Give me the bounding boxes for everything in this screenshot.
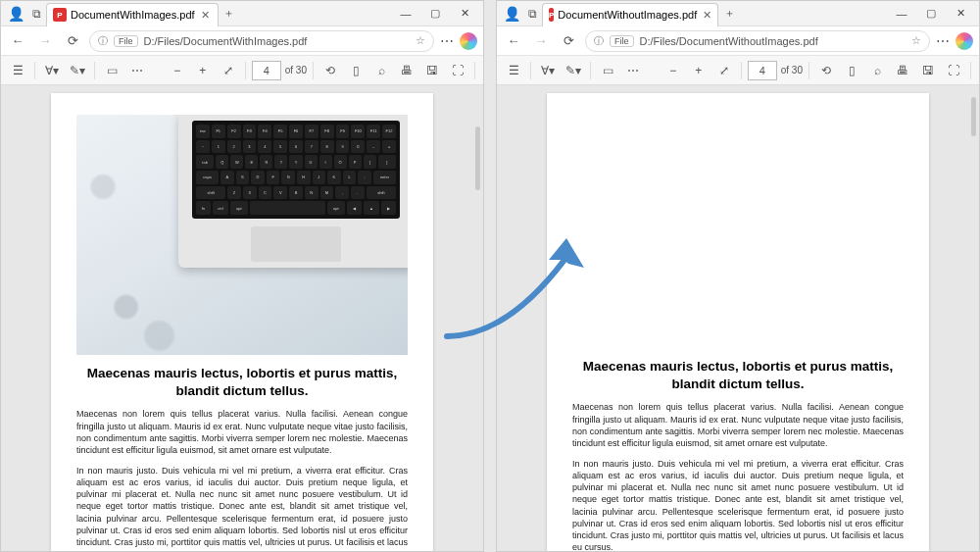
save-button[interactable]: 🖫 [421, 60, 443, 81]
document-heading-1: Maecenas mauris lectus, lobortis et puru… [572, 358, 904, 393]
search-button[interactable]: ⌕ [866, 60, 888, 81]
minimize-button[interactable]: — [391, 1, 420, 26]
close-window-button[interactable]: ✕ [946, 1, 975, 26]
fullscreen-button[interactable]: ⛶ [943, 60, 964, 81]
left-tab-title: DocumentWithImages.pdf [71, 9, 195, 21]
save-button[interactable]: 🖫 [917, 60, 939, 81]
draw-button[interactable]: ∀▾ [537, 60, 559, 81]
page-number-input[interactable]: 4 [748, 61, 777, 80]
right-pdf-toolbar: ☰ ∀▾ ✎▾ ▭ ⋯ − + ⤢ 4 of 30 ⟲ ▯ ⌕ 🖶 🖫 ⛶ [497, 56, 979, 85]
back-button[interactable]: ← [503, 30, 524, 52]
document-hero-image: escF1F2F3F4F5F6F7F8F9F10F11F12~123456789… [76, 115, 408, 355]
draw-button[interactable]: ∀▾ [41, 60, 63, 81]
page-total-label: of 30 [285, 65, 307, 75]
zoom-out-button[interactable]: − [662, 60, 684, 81]
page-view-button[interactable]: ▯ [841, 60, 862, 81]
minimize-button[interactable]: — [887, 1, 916, 26]
document-paragraph-1: Maecenas non lorem quis tellus placerat … [76, 408, 408, 456]
refresh-button[interactable]: ⟳ [558, 30, 579, 52]
url-path: D:/Files/DocumentWithImages.pdf [144, 35, 308, 47]
zoom-in-button[interactable]: + [192, 60, 214, 81]
info-icon: ⓘ [594, 34, 604, 48]
close-icon[interactable]: ✕ [199, 9, 212, 22]
workspaces-icon[interactable]: ⧉ [26, 4, 46, 24]
refresh-button[interactable]: ⟳ [62, 30, 83, 52]
right-document-page: Maecenas mauris lectus, lobortis et puru… [547, 93, 929, 551]
url-scheme: File [610, 35, 634, 47]
document-paragraph-2: In non mauris justo. Duis vehicula mi ve… [572, 458, 904, 551]
right-addressbar: ← → ⟳ ⓘ File D:/Files/DocumentWithoutIma… [497, 26, 979, 56]
left-titlebar: 👤 ⧉ P DocumentWithImages.pdf ✕ ＋ — ▢ ✕ [1, 1, 483, 26]
fit-page-button[interactable]: ⤢ [713, 60, 735, 81]
url-scheme: File [114, 35, 138, 47]
favorite-icon[interactable]: ☆ [416, 34, 425, 47]
zoom-in-button[interactable]: + [688, 60, 710, 81]
highlight-button[interactable]: ✎▾ [563, 60, 584, 81]
left-tab[interactable]: P DocumentWithImages.pdf ✕ [46, 3, 219, 26]
sidebar-toggle-button[interactable]: ☰ [503, 60, 524, 81]
right-url-input[interactable]: ⓘ File D:/Files/DocumentWithoutImages.pd… [585, 30, 930, 52]
maximize-button[interactable]: ▢ [420, 1, 450, 26]
left-window: 👤 ⧉ P DocumentWithImages.pdf ✕ ＋ — ▢ ✕ ←… [0, 0, 484, 552]
highlight-button[interactable]: ✎▾ [67, 60, 88, 81]
pdf-favicon-icon: P [53, 8, 67, 22]
scrollbar[interactable] [475, 126, 480, 190]
left-pdf-toolbar: ☰ ∀▾ ✎▾ ▭ ⋯ − + ⤢ 4 of 30 ⟲ ▯ ⌕ 🖶 🖫 ⛶ [1, 56, 483, 85]
favorite-icon[interactable]: ☆ [911, 34, 921, 47]
right-window-controls: — ▢ ✕ [887, 1, 975, 26]
left-document-page: escF1F2F3F4F5F6F7F8F9F10F11F12~123456789… [51, 93, 433, 551]
profile-icon[interactable]: 👤 [501, 3, 522, 25]
right-window: 👤 ⧉ P DocumentWithoutImages.pdf ✕ ＋ — ▢ … [496, 0, 980, 552]
zoom-out-button[interactable]: − [167, 60, 188, 81]
read-aloud-button[interactable]: ▭ [597, 60, 618, 81]
more-tools-button[interactable]: ⋯ [622, 60, 644, 81]
right-titlebar: 👤 ⧉ P DocumentWithoutImages.pdf ✕ ＋ — ▢ … [497, 1, 979, 26]
copilot-icon[interactable] [956, 32, 973, 50]
fullscreen-button[interactable]: ⛶ [447, 60, 468, 81]
page-number-input[interactable]: 4 [252, 61, 281, 80]
page-total-label: of 30 [781, 65, 803, 75]
laptop-graphic: escF1F2F3F4F5F6F7F8F9F10F11F12~123456789… [178, 115, 408, 268]
close-window-button[interactable]: ✕ [450, 1, 479, 26]
pdf-favicon-icon: P [549, 8, 554, 22]
workspaces-icon[interactable]: ⧉ [522, 4, 542, 24]
forward-button[interactable]: → [34, 30, 56, 52]
read-aloud-button[interactable]: ▭ [101, 60, 122, 81]
left-url-input[interactable]: ⓘ File D:/Files/DocumentWithImages.pdf ☆ [89, 30, 434, 52]
browser-menu-button[interactable]: ⋯ [440, 33, 454, 49]
copilot-icon[interactable] [460, 32, 477, 50]
left-addressbar: ← → ⟳ ⓘ File D:/Files/DocumentWithImages… [1, 26, 483, 56]
document-paragraph-1: Maecenas non lorem quis tellus placerat … [572, 401, 904, 449]
right-viewport: Maecenas mauris lectus, lobortis et puru… [497, 85, 979, 551]
document-heading-1: Maecenas mauris lectus, lobortis et puru… [76, 365, 408, 400]
print-button[interactable]: 🖶 [892, 60, 913, 81]
sidebar-toggle-button[interactable]: ☰ [7, 60, 28, 81]
print-button[interactable]: 🖶 [396, 60, 417, 81]
maximize-button[interactable]: ▢ [916, 1, 946, 26]
document-paragraph-2: In non mauris justo. Duis vehicula mi ve… [76, 465, 408, 551]
left-window-controls: — ▢ ✕ [391, 1, 479, 26]
page-view-button[interactable]: ▯ [345, 60, 367, 81]
rotate-button[interactable]: ⟲ [815, 60, 837, 81]
right-tab[interactable]: P DocumentWithoutImages.pdf ✕ [542, 3, 718, 26]
back-button[interactable]: ← [7, 30, 28, 52]
browser-menu-button[interactable]: ⋯ [936, 33, 950, 49]
rotate-button[interactable]: ⟲ [319, 60, 341, 81]
new-tab-button[interactable]: ＋ [718, 6, 740, 21]
url-path: D:/Files/DocumentWithoutImages.pdf [640, 35, 818, 47]
right-tab-title: DocumentWithoutImages.pdf [558, 9, 697, 21]
scrollbar[interactable] [971, 97, 976, 136]
more-tools-button[interactable]: ⋯ [126, 60, 148, 81]
new-tab-button[interactable]: ＋ [219, 6, 240, 21]
close-icon[interactable]: ✕ [701, 9, 713, 22]
left-viewport: escF1F2F3F4F5F6F7F8F9F10F11F12~123456789… [1, 85, 483, 551]
forward-button[interactable]: → [530, 30, 552, 52]
search-button[interactable]: ⌕ [370, 60, 392, 81]
profile-icon[interactable]: 👤 [5, 3, 26, 25]
fit-page-button[interactable]: ⤢ [218, 60, 239, 81]
info-icon: ⓘ [98, 34, 108, 48]
